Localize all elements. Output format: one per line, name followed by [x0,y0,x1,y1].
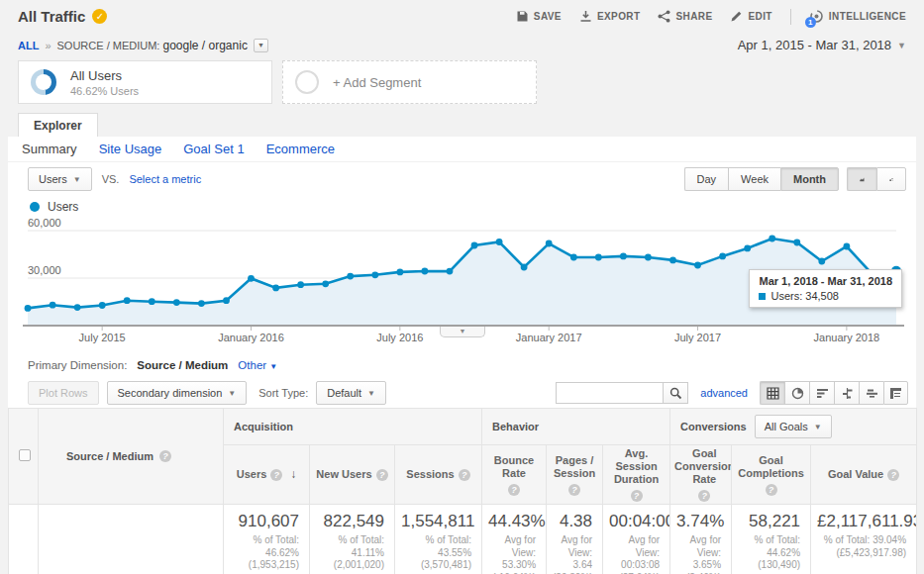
select-all-checkbox[interactable] [19,449,31,461]
data-point[interactable] [422,268,429,275]
help-icon[interactable]: ? [508,484,520,496]
data-point[interactable] [297,281,304,288]
column-header-pages-session[interactable]: Pages / Session? [547,445,603,505]
data-point[interactable] [25,305,32,312]
sort-descending-icon: ↓ [290,468,296,481]
data-point[interactable] [496,239,503,245]
data-point[interactable] [521,264,528,271]
help-icon[interactable]: ? [766,484,777,496]
tab-explorer[interactable]: Explorer [18,113,98,137]
report-panel: Summary Site Usage Goal Set 1 Ecommerce … [8,137,916,574]
help-icon[interactable]: ? [376,469,388,481]
help-icon[interactable]: ? [459,469,470,481]
plot-rows-button[interactable]: Plot Rows [28,381,99,405]
performance-view-button[interactable] [809,381,834,405]
subtab-goal-set-1[interactable]: Goal Set 1 [183,142,244,156]
help-icon[interactable]: ? [568,484,580,496]
x-tick-label: January 2016 [218,332,284,343]
search-button[interactable] [663,382,688,404]
data-point[interactable] [669,257,676,264]
date-range-selector[interactable]: Apr 1, 2015 - Mar 31, 2018 ▼ [738,38,906,52]
data-point[interactable] [74,304,81,311]
data-point[interactable] [570,254,577,261]
add-segment-button[interactable]: + Add Segment [282,60,537,104]
column-header-goal-completions[interactable]: Goal Completions? [732,445,811,505]
data-point[interactable] [198,300,205,307]
add-segment-circle-icon [295,70,319,94]
column-header-sessions[interactable]: Sessions? [395,445,482,505]
data-point[interactable] [844,243,851,250]
legend-label: Users [48,200,78,214]
data-point[interactable] [223,297,230,304]
column-header-new-users[interactable]: New Users? [310,445,395,505]
data-point[interactable] [149,298,155,305]
data-point[interactable] [818,258,825,265]
column-header-bounce-rate[interactable]: Bounce Rate? [482,445,547,505]
breadcrumb-dropdown-button[interactable]: ▼ [254,39,268,52]
data-point[interactable] [793,239,800,246]
data-point[interactable] [744,245,751,252]
all-goals-dropdown[interactable]: All Goals ▼ [755,415,832,438]
subtab-site-usage[interactable]: Site Usage [99,142,162,156]
column-header-users[interactable]: Users?↓ [224,445,310,505]
data-point[interactable] [546,240,553,247]
column-header-avg-session-duration[interactable]: Avg. Session Duration? [603,445,670,505]
save-icon [516,10,529,23]
data-point[interactable] [447,268,454,275]
line-chart-view-button[interactable] [847,167,876,191]
data-point[interactable] [248,275,255,282]
comparison-view-button[interactable] [834,381,859,405]
secondary-dimension-button[interactable]: Secondary dimension▼ [107,381,248,405]
data-point[interactable] [322,280,329,287]
search-input[interactable] [556,382,663,404]
column-header-goal-conversion-rate[interactable]: Goal Conversion Rate? [670,445,732,505]
help-icon[interactable]: ? [698,490,710,502]
data-point[interactable] [99,302,106,309]
column-header-dimension[interactable]: Source / Medium? [39,409,224,505]
data-point[interactable] [694,262,701,269]
save-button[interactable]: SAVE [516,10,562,23]
data-point[interactable] [347,273,354,280]
motion-chart-view-button[interactable] [876,167,906,191]
pivot-view-button[interactable] [883,381,908,405]
data-point[interactable] [50,302,56,309]
dimension-other-dropdown[interactable]: Other ▼ [238,359,277,371]
segment-all-users[interactable]: All Users 46.62% Users [18,60,272,104]
export-button[interactable]: EXPORT [579,10,641,23]
sort-type-button[interactable]: Default▼ [316,381,386,405]
advanced-search-link[interactable]: advanced [700,387,748,399]
data-point[interactable] [397,269,404,276]
subtab-summary[interactable]: Summary [22,142,77,156]
total-cell: 910,607% of Total: 46.62% (1,953,215) [224,505,310,574]
share-button[interactable]: SHARE [658,10,712,23]
data-point[interactable] [272,285,279,292]
data-point[interactable] [719,253,726,260]
data-point[interactable] [645,254,652,261]
subtab-ecommerce[interactable]: Ecommerce [266,142,335,156]
granularity-month[interactable]: Month [780,167,839,191]
granularity-day[interactable]: Day [684,167,729,191]
data-point[interactable] [124,297,131,304]
dimension-source-medium[interactable]: Source / Medium [137,359,228,371]
data-point[interactable] [769,236,775,242]
column-header-goal-value[interactable]: Goal Value? [811,445,917,505]
chart-collapse-handle[interactable]: ▼ [440,327,485,337]
data-point[interactable] [620,253,627,260]
metric-selector[interactable]: Users ▼ [28,167,92,191]
help-icon[interactable]: ? [270,469,282,481]
percentage-view-button[interactable] [784,381,809,405]
data-point[interactable] [173,299,180,306]
intelligence-button[interactable]: 1 INTELLIGENCE [809,9,906,24]
help-icon[interactable]: ? [887,469,899,481]
data-point[interactable] [371,271,378,278]
help-icon[interactable]: ? [159,450,171,462]
edit-button[interactable]: EDIT [730,10,771,23]
granularity-week[interactable]: Week [728,167,780,191]
breadcrumb-all-link[interactable]: ALL [18,40,39,51]
data-point[interactable] [595,254,602,261]
help-icon[interactable]: ? [631,490,643,502]
select-a-metric-link[interactable]: Select a metric [129,173,201,185]
data-point[interactable] [471,242,478,249]
data-table-view-button[interactable] [760,381,784,405]
term-cloud-view-button[interactable] [859,381,883,405]
